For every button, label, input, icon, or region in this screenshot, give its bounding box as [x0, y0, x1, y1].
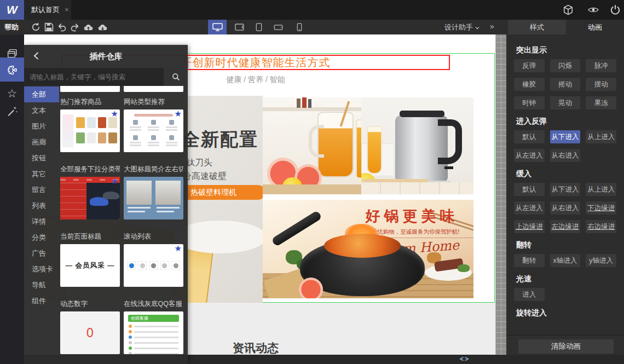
- animation-button[interactable]: 从上进入: [586, 183, 616, 196]
- refresh-icon[interactable]: [31, 22, 41, 32]
- animation-button[interactable]: 从下进入: [550, 183, 581, 196]
- cloud-upload-icon[interactable]: [84, 22, 94, 32]
- animation-button[interactable]: 脉冲: [586, 59, 616, 72]
- favorite-star-icon[interactable]: ★: [175, 109, 182, 118]
- canvas-scrollbar-track[interactable]: [495, 34, 506, 355]
- animation-button[interactable]: 从左进入: [514, 201, 545, 215]
- category-item[interactable]: 广告: [24, 245, 59, 261]
- animation-button[interactable]: 进入: [514, 288, 545, 301]
- plugin-item[interactable]: 联系我们: [60, 361, 120, 364]
- search-button[interactable]: [164, 68, 188, 86]
- app-logo[interactable]: W: [0, 0, 24, 20]
- tab-style[interactable]: 样式: [508, 20, 566, 34]
- device-tablet-landscape-button[interactable]: [230, 20, 249, 34]
- category-item[interactable]: 按钮: [24, 150, 59, 166]
- animation-button[interactable]: x轴进入: [550, 254, 581, 267]
- clear-animation-button[interactable]: 清除动画: [518, 339, 614, 354]
- plugin-card[interactable]: ★: [124, 109, 183, 152]
- category-item[interactable]: 画廊: [24, 134, 59, 150]
- plugin-item[interactable]: 网站类型推荐★: [124, 92, 183, 152]
- category-item[interactable]: 图片: [24, 118, 59, 134]
- animation-button[interactable]: 下边缘进: [586, 201, 616, 215]
- help-menu[interactable]: 帮助: [4, 22, 19, 32]
- animation-button[interactable]: 默认: [514, 183, 545, 196]
- favorite-star-icon[interactable]: ★: [111, 177, 118, 186]
- components-cube-icon[interactable]: [563, 4, 574, 15]
- animation-button[interactable]: 从左进入: [514, 149, 545, 162]
- slide-line1[interactable]: 钛刀头: [186, 157, 212, 169]
- animation-button[interactable]: 翻转: [514, 254, 545, 267]
- juice-product-image[interactable]: [263, 97, 361, 194]
- animation-button[interactable]: 默认: [514, 130, 545, 143]
- power-icon[interactable]: [610, 4, 621, 15]
- plugin-card[interactable]: [124, 177, 183, 219]
- plugin-item[interactable]: 滚动列表★: [124, 227, 183, 287]
- animation-button[interactable]: 右边缘进: [586, 220, 616, 233]
- animation-button[interactable]: 晃动: [550, 96, 581, 109]
- device-phone-landscape-button[interactable]: [269, 20, 287, 34]
- device-tablet-portrait-button[interactable]: [250, 20, 268, 34]
- favorite-star-icon[interactable]: ★: [175, 244, 182, 253]
- slide-headline[interactable]: 全新配置: [182, 128, 258, 152]
- animation-button[interactable]: 摇动: [550, 78, 581, 91]
- animation-button[interactable]: 果冻: [586, 96, 616, 109]
- plugin-item[interactable]: 在线浅灰底QQ客服在线客服: [124, 294, 183, 354]
- plugin-card[interactable]: ★: [60, 109, 120, 152]
- plugin-card[interactable]: ★: [60, 177, 120, 219]
- animation-button[interactable]: 上边缘进: [514, 220, 545, 233]
- category-item[interactable]: 全部: [24, 86, 59, 102]
- category-item[interactable]: 分类: [24, 229, 59, 245]
- sidebar-item-plugins[interactable]: [0, 57, 24, 82]
- animation-button[interactable]: 反弹: [514, 59, 545, 72]
- plugin-item[interactable]: 动态数字0: [60, 294, 120, 354]
- more-button[interactable]: »: [490, 22, 494, 31]
- device-phone-portrait-button[interactable]: [290, 20, 309, 34]
- plugin-card[interactable]: ★: [124, 244, 183, 287]
- animation-button[interactable]: 闪烁: [550, 59, 581, 72]
- animation-button[interactable]: y轴进入: [586, 254, 616, 267]
- animation-button[interactable]: 从右进入: [550, 149, 581, 162]
- slide-line2[interactable]: 分高速破壁: [183, 171, 227, 182]
- tab-animation[interactable]: 动画: [566, 20, 624, 34]
- cloud-download-icon[interactable]: [98, 22, 108, 32]
- wok-banner-image[interactable]: 好锅更美味 无忧购物，至诚服务为你保驾护航! Warm Home: [263, 200, 473, 298]
- save-icon[interactable]: [44, 22, 54, 32]
- plugin-card-partial[interactable]: [60, 86, 120, 92]
- device-desktop-button[interactable]: [208, 20, 227, 34]
- category-item[interactable]: 组件: [24, 293, 59, 309]
- preview-eye-icon[interactable]: [588, 4, 599, 15]
- animation-button[interactable]: 从右进入: [550, 201, 581, 215]
- undo-icon[interactable]: [57, 22, 67, 32]
- search-input[interactable]: [24, 68, 164, 86]
- animation-button[interactable]: 时钟: [514, 96, 545, 109]
- plugin-card[interactable]: 0: [60, 311, 120, 354]
- animation-button[interactable]: 左边缘进: [550, 220, 581, 233]
- plugin-card[interactable]: 在线客服: [124, 311, 183, 354]
- code-view-icon[interactable]: <>: [460, 355, 470, 363]
- plugin-item[interactable]: 全部服务下拉分类带...★: [60, 159, 120, 219]
- category-item[interactable]: 详情: [24, 213, 59, 229]
- plugin-item[interactable]: 当前页面标题— 会员风采 —: [60, 227, 120, 287]
- sidebar-item-tools[interactable]: [0, 99, 24, 123]
- animation-button[interactable]: 橡胶: [514, 78, 545, 91]
- kettle-product-image[interactable]: [361, 97, 473, 194]
- plugin-item[interactable]: 页眉2: [124, 361, 183, 364]
- favorite-star-icon[interactable]: ★: [111, 109, 118, 118]
- page-tab[interactable]: 默认首页×: [24, 0, 71, 20]
- category-item[interactable]: 其它: [24, 166, 59, 182]
- plugin-item[interactable]: 热门推荐商品★: [60, 92, 120, 152]
- category-item[interactable]: 导航: [24, 277, 59, 293]
- category-item[interactable]: 列表: [24, 198, 59, 213]
- plugin-card-partial[interactable]: [124, 86, 183, 92]
- close-icon[interactable]: ×: [65, 5, 69, 14]
- redo-icon[interactable]: [70, 22, 79, 32]
- plugin-card[interactable]: — 会员风采 —: [60, 244, 120, 287]
- animation-button[interactable]: 摆动: [586, 78, 616, 91]
- category-item[interactable]: 留言: [24, 182, 59, 198]
- design-assistant-dropdown[interactable]: 设计助手: [444, 22, 479, 32]
- plugin-item[interactable]: 大图标题简介左右切...: [124, 159, 183, 219]
- category-item[interactable]: 文本: [24, 102, 59, 118]
- animation-button[interactable]: 从下进入: [550, 130, 581, 143]
- category-item[interactable]: 选项卡: [24, 261, 59, 277]
- animation-button[interactable]: 从上进入: [586, 130, 616, 143]
